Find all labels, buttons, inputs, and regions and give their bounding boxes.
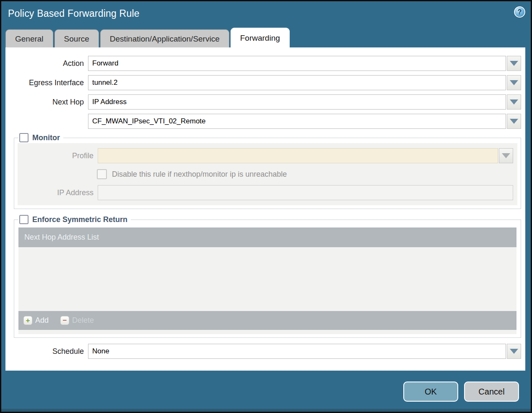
next-hop-address-list-toolbar: + Add − Delete — [18, 311, 516, 330]
profile-select-disabled — [98, 148, 498, 163]
monitor-legend-label: Monitor — [32, 133, 60, 142]
next-hop-address-dropdown-button[interactable] — [507, 114, 521, 129]
next-hop-row: Next Hop IP Address — [5, 94, 525, 110]
forwarding-tab-panel: Action Forward Egress Interface tunnel.2… — [5, 47, 525, 371]
minus-icon: − — [60, 316, 69, 325]
action-label: Action — [5, 59, 88, 68]
chevron-down-icon — [510, 119, 518, 124]
help-icon[interactable]: ? — [514, 6, 525, 18]
help-glyph: ? — [518, 8, 522, 16]
profile-label: Profile — [22, 152, 98, 160]
page-title: Policy Based Forwarding Rule — [8, 8, 140, 19]
tab-forwarding[interactable]: Forwarding — [231, 28, 290, 47]
policy-based-forwarding-dialog: Policy Based Forwarding Rule ? General S… — [0, 0, 532, 413]
delete-button-disabled: − Delete — [60, 316, 94, 325]
monitor-panel: Profile Disable this rule if nexthop/mon… — [18, 143, 517, 205]
next-hop-address-list-header: Next Hop Address List — [18, 227, 516, 247]
profile-dropdown-button-disabled — [499, 148, 513, 163]
plus-icon: + — [23, 316, 32, 325]
delete-button-label: Delete — [72, 316, 94, 325]
chevron-down-icon — [510, 99, 518, 105]
next-hop-label: Next Hop — [5, 98, 88, 107]
egress-interface-dropdown-button[interactable] — [507, 75, 521, 90]
next-hop-address-input[interactable]: CF_MWAN_IPsec_VTI_02_Remote — [88, 114, 506, 129]
tab-destination-application-service[interactable]: Destination/Application/Service — [100, 29, 229, 47]
enforce-symmetric-return-legend-label: Enforce Symmetric Return — [32, 215, 127, 224]
tab-bar: General Source Destination/Application/S… — [5, 27, 531, 47]
dialog-footer: OK Cancel — [1, 382, 519, 402]
monitor-ip-address-label: IP Address — [22, 188, 98, 197]
chevron-down-icon — [510, 61, 518, 66]
cancel-button[interactable]: Cancel — [464, 382, 519, 402]
enforce-symmetric-return-legend: Enforce Symmetric Return — [18, 215, 131, 224]
chevron-down-icon — [502, 153, 510, 158]
profile-row: Profile — [22, 148, 513, 163]
next-hop-type-select[interactable]: IP Address — [88, 94, 506, 110]
action-select[interactable]: Forward — [88, 56, 506, 71]
chevron-down-icon — [510, 80, 518, 85]
monitor-checkbox[interactable] — [19, 133, 29, 142]
next-hop-address-list-table: Next Hop Address List + Add − Delete — [18, 227, 516, 334]
add-button[interactable]: + Add — [23, 316, 49, 325]
table-bottom-strip — [18, 330, 516, 334]
window-bottom-strip — [1, 409, 531, 412]
disable-rule-checkbox-disabled — [97, 169, 107, 179]
chevron-down-icon — [510, 349, 518, 354]
egress-interface-select[interactable]: tunnel.2 — [88, 75, 506, 90]
dialog-titlebar: Policy Based Forwarding Rule ? — [1, 1, 531, 27]
monitor-ip-address-row: IP Address — [22, 185, 513, 200]
tab-source[interactable]: Source — [54, 29, 99, 47]
monitor-ip-address-input-disabled — [98, 185, 513, 200]
enforce-symmetric-return-section: Enforce Symmetric Return Next Hop Addres… — [14, 215, 521, 338]
action-dropdown-button[interactable] — [507, 56, 521, 71]
egress-interface-label: Egress Interface — [5, 78, 88, 87]
next-hop-address-list-body[interactable] — [18, 247, 516, 311]
schedule-label: Schedule — [5, 347, 88, 356]
schedule-select[interactable]: None — [88, 344, 506, 359]
disable-rule-label: Disable this rule if nexthop/monitor ip … — [112, 170, 287, 179]
add-button-label: Add — [35, 316, 49, 325]
enforce-symmetric-return-checkbox[interactable] — [19, 215, 29, 224]
egress-interface-row: Egress Interface tunnel.2 — [5, 75, 525, 90]
next-hop-address-row: CF_MWAN_IPsec_VTI_02_Remote — [5, 114, 525, 129]
monitor-section: Monitor Profile Disable this rule if nex… — [14, 133, 521, 209]
disable-rule-row: Disable this rule if nexthop/monitor ip … — [97, 169, 513, 179]
schedule-row: Schedule None — [5, 344, 525, 359]
tab-general[interactable]: General — [5, 29, 53, 47]
schedule-dropdown-button[interactable] — [507, 344, 521, 359]
next-hop-dropdown-button[interactable] — [507, 94, 521, 110]
action-row: Action Forward — [5, 56, 525, 71]
ok-button[interactable]: OK — [403, 382, 458, 402]
monitor-legend: Monitor — [18, 133, 63, 142]
